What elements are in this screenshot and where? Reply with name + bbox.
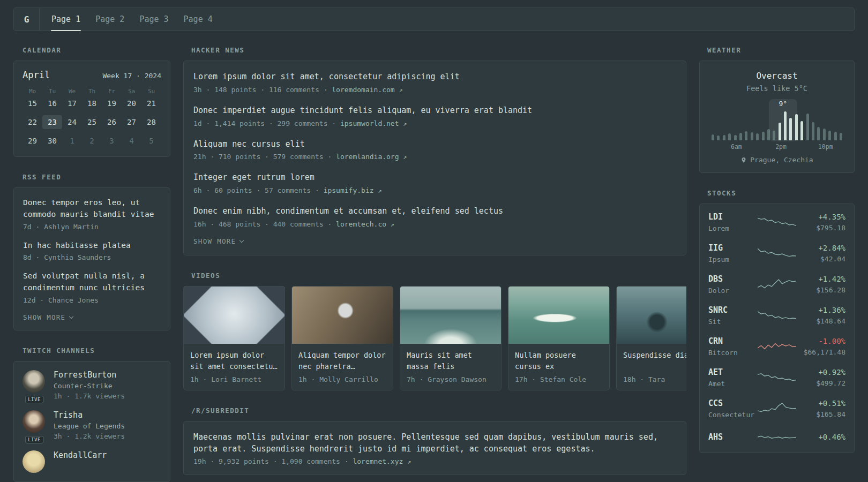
calendar-day-header: Tu — [42, 88, 62, 95]
twitch-channel-name[interactable]: KendallCarr — [54, 450, 107, 460]
video-title[interactable]: Lorem ipsum dolor sit amet consectetu… — [190, 350, 278, 372]
stock-sparkline — [758, 339, 796, 354]
stock-row[interactable]: CRN Bitcorn -1.00% $66,171.48 — [708, 336, 845, 357]
hackernews-item-title[interactable]: Donec imperdiet augue tincidunt felis al… — [193, 105, 676, 117]
video-title[interactable]: Mauris sit amet massa felis — [407, 350, 495, 372]
weather-bar — [800, 121, 803, 140]
stock-row[interactable]: LDI Lorem +4.35% $795.18 — [708, 212, 845, 232]
video-title[interactable]: Aliquam tempor dolor nec pharetra… — [298, 350, 386, 372]
weather-widget: WEATHER Overcast Feels like 5°C 9° 6am2p… — [699, 46, 855, 173]
page-tab-label: Page 1 — [51, 14, 80, 24]
hackernews-item-title[interactable]: Lorem ipsum dolor sit amet, consectetur … — [193, 71, 676, 83]
stock-row[interactable]: SNRC Sit +1.36% $148.64 — [708, 305, 845, 326]
video-card[interactable]: Nullam posuere cursus ex 17h · Stefan Co… — [508, 286, 610, 390]
stock-left: SNRC Sit — [708, 305, 758, 326]
stock-row[interactable]: IIG Ipsum +2.84% $42.04 — [708, 243, 845, 263]
stock-ticker[interactable]: IIG — [708, 243, 758, 253]
rss-show-more-button[interactable]: SHOW MORE — [23, 313, 73, 321]
weather-bar — [795, 114, 798, 140]
rss-item[interactable]: Donec tempor eros leo, ut commodo mauris… — [23, 197, 161, 231]
video-thumbnail[interactable] — [617, 287, 686, 344]
video-card[interactable]: Suspendisse diam 18h · Tara — [616, 286, 686, 390]
page-tab[interactable]: Page 1 — [44, 8, 88, 31]
calendar-week-info: Week 17 · 2024 — [102, 72, 161, 80]
twitch-avatar-wrap: LIVE — [23, 370, 46, 400]
video-thumbnail[interactable] — [184, 287, 285, 344]
hackernews-item-meta: 6h · 60 points · 57 comments · ipsumify.… — [193, 186, 676, 194]
weather-bar — [828, 131, 831, 140]
calendar-day-header: We — [62, 88, 82, 95]
stock-ticker[interactable]: CRN — [708, 336, 758, 346]
hackernews-item-domain[interactable]: ipsumworld.net — [340, 119, 399, 127]
stock-right: +1.42% $156.28 — [796, 275, 845, 294]
page-tabs: Page 1 Page 2 Page 3 Page 4 — [44, 8, 220, 31]
twitch-channel-name[interactable]: ForrestBurton — [54, 370, 125, 380]
stock-ticker[interactable]: CCS — [708, 398, 758, 408]
hackernews-item[interactable]: Lorem ipsum dolor sit amet, consectetur … — [193, 71, 676, 94]
video-body: Mauris sit amet massa felis 7h · Grayson… — [400, 344, 501, 390]
hackernews-item[interactable]: Aliquam nec cursus elit 21h · 710 points… — [193, 139, 676, 161]
twitch-channel-name[interactable]: Trisha — [54, 410, 125, 420]
rss-item[interactable]: In hac habitasse platea 8d · Cynthia Sau… — [23, 240, 161, 262]
hackernews-item-title[interactable]: Donec enim nibh, condimentum et accumsan… — [193, 206, 676, 217]
calendar-day: 22 — [23, 115, 42, 129]
hackernews-item-title[interactable]: Integer eget rutrum lorem — [193, 172, 676, 184]
stock-row[interactable]: AET Amet +0.92% $499.72 — [708, 367, 845, 388]
video-meta: 1h · Lori Barnett — [190, 375, 278, 383]
video-title[interactable]: Suspendisse diam — [623, 350, 686, 372]
twitch-channel-row[interactable]: LIVE ForrestBurton Counter-Strike 1h · 1… — [23, 370, 161, 400]
rss-item[interactable]: Sed volutpat nulla nisl, a condimentum n… — [23, 270, 161, 304]
video-thumbnail[interactable] — [508, 287, 609, 344]
hackernews-item[interactable]: Donec enim nibh, condimentum et accumsan… — [193, 206, 676, 228]
hackernews-item-domain[interactable]: ipsumify.biz — [324, 186, 374, 194]
rss-section-title: RSS FEED — [23, 173, 170, 181]
calendar-day: 18 — [82, 96, 102, 110]
hackernews-item-domain[interactable]: loremlandia.org — [336, 153, 399, 161]
twitch-channel-row[interactable]: KendallCarr — [23, 450, 161, 473]
subreddit-post-domain[interactable]: loremnet.xyz — [353, 457, 403, 465]
stock-ticker[interactable]: SNRC — [708, 305, 758, 315]
video-title[interactable]: Nullam posuere cursus ex — [515, 350, 603, 372]
weather-time-label: 2pm — [775, 143, 787, 150]
stock-ticker[interactable]: DBS — [708, 274, 758, 284]
stock-left: CCS Consectetur — [708, 398, 758, 419]
page-tab[interactable]: Page 3 — [132, 8, 176, 31]
stock-row[interactable]: CCS Consectetur +0.51% $165.84 — [708, 398, 845, 419]
page-tab[interactable]: Page 2 — [88, 8, 132, 31]
weather-bars — [712, 110, 842, 140]
stock-row[interactable]: AHS +0.46% — [708, 430, 845, 445]
hackernews-item-title[interactable]: Aliquam nec cursus elit — [193, 139, 676, 150]
stock-right: +1.36% $148.64 — [796, 306, 845, 325]
stock-left: CRN Bitcorn — [708, 336, 758, 357]
hackernews-section-title: HACKER NEWS — [191, 46, 686, 54]
subreddit-post[interactable]: Maecenas mollis pulvinar erat non posuer… — [193, 432, 676, 466]
twitch-widget: TWITCH CHANNELS LIVE ForrestBurton Count… — [13, 347, 170, 482]
subreddit-post-title[interactable]: Maecenas mollis pulvinar erat non posuer… — [193, 432, 676, 455]
page-tab[interactable]: Page 4 — [176, 8, 220, 31]
hackernews-show-more-button[interactable]: SHOW MORE — [193, 237, 243, 245]
video-card[interactable]: Mauris sit amet massa felis 7h · Grayson… — [400, 286, 502, 390]
stock-row[interactable]: DBS Dolor +1.42% $156.28 — [708, 274, 845, 295]
video-body: Suspendisse diam 18h · Tara — [617, 344, 686, 390]
video-card[interactable]: Lorem ipsum dolor sit amet consectetu… 1… — [183, 286, 285, 390]
hackernews-item[interactable]: Donec imperdiet augue tincidunt felis al… — [193, 105, 676, 127]
hackernews-item[interactable]: Integer eget rutrum lorem 6h · 60 points… — [193, 172, 676, 194]
stock-ticker[interactable]: AET — [708, 367, 758, 377]
stock-price: $499.72 — [796, 379, 845, 387]
video-thumbnail[interactable] — [400, 287, 501, 344]
video-thumbnail[interactable] — [292, 287, 393, 344]
app-logo[interactable]: G — [14, 8, 40, 31]
stock-change: +0.46% — [796, 433, 845, 441]
calendar-day: 24 — [62, 115, 82, 129]
stock-ticker[interactable]: AHS — [708, 432, 758, 442]
stock-left: DBS Dolor — [708, 274, 758, 295]
dashboard-grid: CALENDAR April Week 17 · 2024 MoTuWeThFr… — [0, 46, 868, 482]
stock-sparkline — [758, 277, 796, 292]
weather-location: Prague, Czechia — [750, 156, 813, 164]
stock-ticker[interactable]: LDI — [708, 212, 758, 222]
calendar-day: 20 — [122, 96, 141, 110]
video-card[interactable]: Aliquam tempor dolor nec pharetra… 1h · … — [291, 286, 393, 390]
hackernews-item-domain[interactable]: loremtech.co — [336, 220, 386, 228]
hackernews-item-domain[interactable]: loremdomain.com — [332, 86, 394, 94]
twitch-channel-row[interactable]: LIVE Trisha League of Legends 3h · 1.2k … — [23, 410, 161, 440]
